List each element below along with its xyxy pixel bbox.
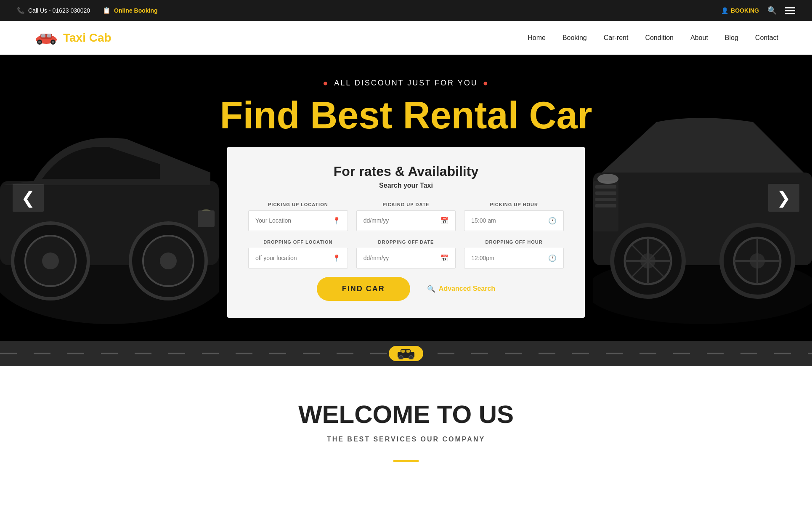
logo[interactable]: Taxi Cab [34, 30, 111, 45]
clock-icon-2: 🕐 [548, 254, 557, 262]
top-bar-left: 📞 Call Us - 01623 030020 📋 Online Bookin… [17, 7, 158, 14]
form-title: For rates & Availability [248, 164, 564, 179]
pickup-hour-input[interactable] [471, 217, 548, 224]
welcome-section: WELCOME TO US THE BEST SERVICES OUR COMP… [0, 366, 812, 487]
nav-booking[interactable]: Booking [563, 34, 587, 42]
search-icon[interactable]: 🔍 [767, 6, 777, 15]
road-divider [0, 341, 812, 366]
navbar: Taxi Cab Home Booking Car-rent Condition… [0, 21, 812, 55]
dropoff-hour-input[interactable] [471, 255, 548, 261]
pickup-location-label: PICKING UP LOCATION [248, 202, 348, 207]
form-subtitle: Search your Taxi [248, 182, 564, 189]
dropoff-location-input[interactable] [255, 255, 332, 261]
logo-icon [34, 30, 59, 45]
dropoff-hour-control: 🕐 [464, 248, 564, 268]
dropoff-date-input[interactable] [364, 255, 440, 261]
dropoff-location-group: DROPPING OFF LOCATION 📍 [248, 239, 348, 268]
left-dot: ● [323, 78, 329, 88]
phone-item: 📞 Call Us - 01623 030020 [17, 7, 90, 14]
svg-rect-43 [401, 350, 405, 353]
welcome-title: WELCOME TO US [17, 400, 795, 429]
road-car-icon [389, 346, 423, 361]
pickup-hour-control: 🕐 [464, 210, 564, 231]
hero-content: ● ALL DISCOUNT JUST FOR YOU ● Find Best … [0, 78, 812, 318]
svg-rect-44 [406, 350, 410, 353]
clock-icon-1: 🕐 [548, 217, 557, 225]
call-label: Call Us - 01623 030020 [28, 7, 90, 14]
location-pin-icon-2: 📍 [332, 254, 341, 262]
next-slide-button[interactable]: ❯ [768, 184, 799, 212]
hero-subtitle-text: ALL DISCOUNT JUST FOR YOU [334, 79, 478, 88]
dropoff-date-label: DROPPING OFF DATE [356, 239, 456, 245]
advanced-search-link[interactable]: 🔍 Advanced Search [427, 285, 495, 293]
form-actions: FIND CAR 🔍 Advanced Search [248, 277, 564, 301]
phone-icon: 📞 [17, 7, 25, 14]
nav-car-rent[interactable]: Car-rent [604, 34, 629, 42]
nav-blog[interactable]: Blog [725, 34, 738, 42]
menu-line-2 [785, 10, 795, 11]
dropoff-location-label: DROPPING OFF LOCATION [248, 239, 348, 245]
dropoff-date-group: DROPPING OFF DATE 📅 [356, 239, 456, 268]
hero-title: Find Best Rental Car [0, 96, 812, 134]
nav-about[interactable]: About [690, 34, 708, 42]
booking-item[interactable]: 📋 Online Booking [103, 7, 157, 14]
online-booking-label: Online Booking [114, 7, 157, 14]
pickup-date-control: 📅 [356, 210, 456, 231]
road-car-svg [395, 348, 417, 359]
dropoff-date-control: 📅 [356, 248, 456, 268]
welcome-accent-bar [393, 460, 419, 462]
search-small-icon: 🔍 [427, 285, 435, 293]
top-bar-right: 👤 BOOKING 🔍 [721, 6, 795, 15]
nav-links: Home Booking Car-rent Condition About Bl… [528, 34, 778, 42]
pickup-date-group: PICKING UP DATE 📅 [356, 202, 456, 231]
dropoff-hour-group: DROPPING OFF HOUR 🕐 [464, 239, 564, 268]
svg-point-6 [52, 41, 54, 43]
booking-btn-label: BOOKING [731, 7, 759, 14]
booking-button[interactable]: 👤 BOOKING [721, 7, 759, 14]
svg-point-42 [409, 356, 413, 359]
pickup-hour-label: PICKING UP HOUR [464, 202, 564, 207]
pickup-date-input[interactable] [364, 217, 440, 224]
svg-rect-8 [47, 34, 51, 37]
menu-line-3 [785, 13, 795, 14]
menu-line-1 [785, 7, 795, 8]
pickup-date-label: PICKING UP DATE [356, 202, 456, 207]
prev-slide-button[interactable]: ❮ [13, 184, 44, 212]
nav-condition[interactable]: Condition [645, 34, 674, 42]
calendar-icon-2: 📅 [440, 254, 448, 262]
logo-text: Taxi Cab [63, 31, 111, 45]
person-icon: 👤 [721, 7, 728, 14]
advanced-search-label: Advanced Search [439, 285, 495, 292]
pickup-location-input[interactable] [255, 217, 332, 224]
dropoff-location-control: 📍 [248, 248, 348, 268]
hero-section: ❮ ❯ ● ALL DISCOUNT JUST FOR YOU ● Find B… [0, 55, 812, 341]
right-dot: ● [483, 78, 489, 88]
find-car-button[interactable]: FIND CAR [317, 277, 410, 301]
svg-point-4 [38, 41, 41, 43]
svg-point-41 [399, 356, 403, 359]
pickup-location-control: 📍 [248, 210, 348, 231]
pickup-location-group: PICKING UP LOCATION 📍 [248, 202, 348, 231]
form-grid: PICKING UP LOCATION 📍 PICKING UP DATE 📅 … [248, 202, 564, 268]
location-pin-icon-1: 📍 [332, 217, 341, 225]
nav-home[interactable]: Home [528, 34, 546, 42]
hero-subtitle: ● ALL DISCOUNT JUST FOR YOU ● [0, 78, 812, 88]
nav-contact[interactable]: Contact [755, 34, 778, 42]
svg-rect-7 [41, 34, 45, 37]
welcome-subtitle: THE BEST SERVICES OUR COMPANY [17, 436, 795, 443]
booking-small-icon: 📋 [103, 7, 111, 14]
dropoff-hour-label: DROPPING OFF HOUR [464, 239, 564, 245]
hamburger-menu[interactable] [785, 7, 795, 14]
top-bar: 📞 Call Us - 01623 030020 📋 Online Bookin… [0, 0, 812, 21]
search-form: For rates & Availability Search your Tax… [227, 147, 585, 318]
pickup-hour-group: PICKING UP HOUR 🕐 [464, 202, 564, 231]
calendar-icon-1: 📅 [440, 217, 448, 225]
